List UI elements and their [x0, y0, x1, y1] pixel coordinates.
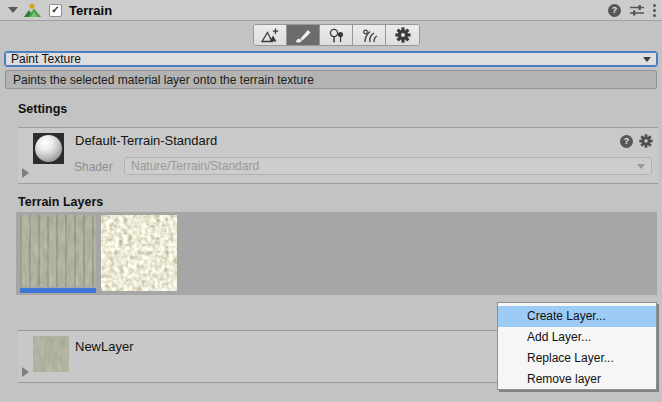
layer-context-menu: Create Layer... Add Layer... Replace Lay…: [497, 302, 657, 390]
brush-icon: [295, 28, 312, 43]
tool-description-text: Paints the selected material layer onto …: [13, 73, 314, 87]
tool-select-dropdown[interactable]: Paint Texture: [4, 51, 658, 67]
material-preview-sphere: [35, 135, 62, 162]
tool-select-value: Paint Texture: [11, 52, 81, 66]
presets-icon[interactable]: [630, 4, 644, 17]
terrain-tool-toolbar: [253, 24, 420, 46]
help-icon[interactable]: ?: [608, 4, 621, 17]
selected-layer-indicator: [20, 288, 96, 293]
grass-texture-streaks: [20, 215, 96, 287]
component-header: ✓ Terrain ?: [0, 0, 662, 21]
menu-item-create-layer[interactable]: Create Layer...: [498, 306, 656, 327]
gear-icon: [395, 27, 411, 43]
menu-item-add-layer[interactable]: Add Layer...: [498, 327, 656, 348]
tool-description-box: Paints the selected material layer onto …: [5, 70, 657, 89]
chevron-down-icon: [637, 164, 645, 169]
foldout-expanded-icon[interactable]: [8, 7, 18, 13]
newlayer-name: NewLayer: [75, 339, 134, 354]
enabled-checkbox[interactable]: ✓: [49, 4, 62, 17]
newlayer-thumbnail[interactable]: [33, 336, 69, 372]
trees-icon: [328, 28, 345, 43]
material-preview[interactable]: [33, 133, 64, 164]
more-menu-icon[interactable]: [653, 4, 656, 17]
paint-details-button[interactable]: [353, 25, 386, 45]
terrain-component-icon: [24, 3, 41, 18]
menu-item-remove-layer[interactable]: Remove layer: [498, 369, 656, 390]
paint-trees-button[interactable]: [320, 25, 353, 45]
layer-thumbnail-gravel[interactable]: [101, 215, 177, 291]
newlayer-foldout-icon[interactable]: [22, 367, 29, 377]
shader-dropdown[interactable]: Nature/Terrain/Standard: [124, 157, 652, 175]
create-neighbor-terrains-button[interactable]: [254, 25, 287, 45]
chevron-down-icon: [643, 57, 651, 62]
menu-item-replace-layer[interactable]: Replace Layer...: [498, 348, 656, 369]
help-icon[interactable]: ?: [620, 135, 633, 148]
gear-icon[interactable]: [639, 134, 653, 148]
shader-value: Nature/Terrain/Standard: [131, 159, 259, 173]
material-name: Default-Terrain-Standard: [75, 133, 217, 148]
settings-section-label: Settings: [18, 102, 67, 116]
mountain-plus-icon: [261, 28, 280, 43]
grass-details-icon: [361, 28, 378, 43]
paint-terrain-button[interactable]: [287, 25, 320, 45]
terrain-layers-grid: [16, 212, 657, 295]
terrain-layers-section-label: Terrain Layers: [18, 195, 103, 209]
terrain-material-box: Default-Terrain-Standard Shader Nature/T…: [18, 127, 658, 184]
component-title: Terrain: [69, 3, 112, 18]
shader-label: Shader: [74, 160, 113, 174]
layer-thumbnail-grass[interactable]: [20, 215, 96, 287]
terrain-settings-button[interactable]: [386, 25, 419, 45]
terrain-inspector-panel: ✓ Terrain ?: [0, 0, 662, 402]
material-foldout-icon[interactable]: [22, 168, 29, 178]
